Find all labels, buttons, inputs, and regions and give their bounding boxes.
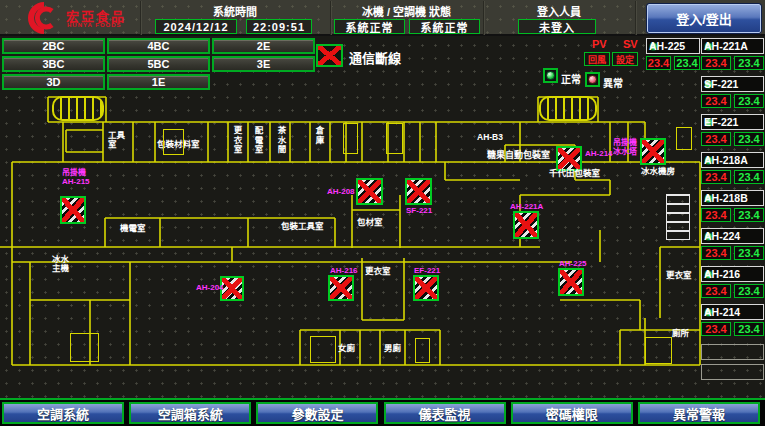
unit-pv-value: 23.4 — [701, 56, 731, 70]
stairs-icon — [386, 123, 403, 154]
unit-sv-value: 23.4 — [734, 170, 764, 184]
map-marker-label: AH-208 — [327, 187, 355, 196]
system-time-label: 系統時間 — [140, 3, 330, 19]
bottom-nav-ahu-system[interactable]: 空調箱系統 — [129, 402, 251, 424]
map-marker-ah-216-map[interactable] — [328, 275, 354, 301]
room-label: 更衣室 — [232, 126, 241, 155]
unit-tile-ah-225[interactable]: AH-225 — [646, 38, 700, 54]
unit-sv-value: 23.4 — [734, 94, 764, 108]
bottom-nav-alarm[interactable]: 異常警報 — [638, 402, 760, 424]
stairs-icon — [645, 337, 672, 364]
unit-tile-ah-221a[interactable]: AH-221A — [701, 38, 764, 54]
machine-status-label: 冰機 / 空調機 狀態 — [330, 3, 483, 19]
date-display: 2024/12/12 — [155, 19, 237, 34]
stairs-icon — [310, 336, 336, 363]
unit-tile-ah-214[interactable]: AH-214 — [701, 304, 764, 320]
map-marker-chiller-tower[interactable] — [640, 138, 666, 165]
floor-button-3e[interactable]: 3E — [212, 56, 315, 72]
floor-button-5bc[interactable]: 5BC — [107, 56, 210, 72]
map-marker-label: AH-204 — [196, 283, 224, 292]
room-label: 包裝工具室 — [281, 222, 324, 231]
unit-pv-value: 23.4 — [701, 246, 731, 260]
unit-tile-ah-216[interactable]: AH-216 — [701, 266, 764, 282]
sv-label: SV — [623, 38, 638, 50]
room-label: 冰水機房 — [641, 167, 675, 176]
login-user-label: 登入人員 — [483, 3, 635, 19]
map-marker-label: 吊掛機 AH-215 — [62, 168, 90, 186]
bottom-nav-param-settings[interactable]: 參數設定 — [256, 402, 378, 424]
map-marker-ef-221-map[interactable] — [413, 275, 439, 301]
map-marker-ah-208[interactable] — [356, 178, 383, 205]
map-marker-label: 吊掛機 冰水塔 — [613, 138, 637, 156]
map-marker-label: AH-216 — [330, 266, 358, 275]
sv-name-box: 設定 — [612, 52, 638, 66]
floor-button-3bc[interactable]: 3BC — [2, 56, 105, 72]
room-label: 更衣室 — [365, 267, 391, 276]
unit-sv-value: 23.4 — [734, 322, 764, 336]
room-label: 倉庫 — [314, 126, 323, 145]
stairs-icon — [676, 127, 692, 150]
spiral-stairs-icon — [52, 96, 104, 121]
floor-button-3d[interactable]: 3D — [2, 74, 105, 90]
unit-pv-value: 23.4 — [646, 56, 671, 70]
comm-lost-label: 通信斷線 — [349, 48, 401, 67]
normal-led-icon — [543, 68, 558, 83]
unit-tile-ah-218b[interactable]: AH-218B — [701, 190, 764, 206]
clock-display: 22:09:51 — [246, 19, 312, 34]
bottom-nav-meter-monitor[interactable]: 儀表監視 — [384, 402, 506, 424]
room-label: 機電室 — [120, 224, 146, 233]
elevator-icon — [666, 194, 690, 240]
unit-tile-sf-221[interactable]: SF-221 — [701, 76, 764, 92]
ahu-status-display: 系統正常 — [409, 19, 480, 34]
unit-tile-ef-221[interactable]: EF-221 — [701, 114, 764, 130]
floor-button-4bc[interactable]: 4BC — [107, 38, 210, 54]
unit-pv-value: 23.4 — [701, 170, 731, 184]
stairs-icon — [415, 338, 430, 363]
map-marker-ah-221a-map[interactable] — [513, 211, 539, 239]
spiral-stairs-icon — [539, 96, 597, 121]
unit-sv-value: 23.4 — [734, 132, 764, 146]
unit-pv-value: 23.4 — [701, 322, 731, 336]
unit-name: AH-225 — [649, 40, 685, 52]
floor-button-2bc[interactable]: 2BC — [2, 38, 105, 54]
room-label: 包材室 — [357, 218, 383, 227]
room-label: 冰水 主機 — [52, 255, 69, 273]
unit-sv-value: 23.4 — [734, 246, 764, 260]
unit-name: AH-214 — [704, 306, 740, 318]
map-marker-sf-221-map[interactable] — [405, 178, 432, 205]
unit-name: AH-221A — [704, 40, 748, 52]
empty-unit-slot — [701, 344, 764, 360]
bottom-nav-ac-system[interactable]: 空調系統 — [2, 402, 124, 424]
brand-logo-icon — [28, 2, 62, 34]
header-divider — [635, 1, 637, 35]
unit-name: AH-224 — [704, 230, 740, 242]
chiller-status-display: 系統正常 — [334, 19, 405, 34]
unit-tile-ah-224[interactable]: AH-224 — [701, 228, 764, 244]
bottom-nav-password-auth[interactable]: 密碼權限 — [511, 402, 633, 424]
floor-button-1e[interactable]: 1E — [107, 74, 210, 90]
unit-pv-value: 23.4 — [701, 94, 731, 108]
map-marker-label: EF-221 — [414, 266, 440, 275]
unit-pv-value: 23.4 — [701, 284, 731, 298]
map-marker-ah-215[interactable] — [60, 196, 86, 224]
hmi-screen: 宏亞食品 HUNYA FOODS 系統時間 2024/12/12 22:09:5… — [0, 0, 765, 426]
unit-pv-value: 23.4 — [701, 208, 731, 222]
brand-name-en: HUNYA FOODS — [67, 22, 122, 28]
stairs-icon — [70, 333, 99, 362]
normal-legend-label: 正常 — [561, 71, 581, 86]
room-label: 糖果自動包裝室 — [487, 151, 550, 160]
stairs-icon — [163, 129, 184, 155]
room-label: 配電室 — [253, 126, 262, 155]
comm-lost-icon — [316, 44, 343, 67]
abnormal-led-icon — [585, 72, 600, 87]
stairs-icon — [343, 123, 358, 154]
map-marker-label: AH-214 — [585, 149, 613, 158]
login-logout-button[interactable]: 登入/登出 — [647, 4, 761, 33]
pv-label: PV — [592, 38, 607, 50]
unit-tile-ah-218a[interactable]: AH-218A — [701, 152, 764, 168]
map-marker-ah-225-map[interactable] — [558, 268, 584, 296]
floor-button-2e[interactable]: 2E — [212, 38, 315, 54]
unit-name: AH-218B — [704, 192, 748, 204]
login-user-display: 未登入 — [518, 19, 596, 34]
room-label: 千代田包裝室 — [549, 169, 600, 178]
